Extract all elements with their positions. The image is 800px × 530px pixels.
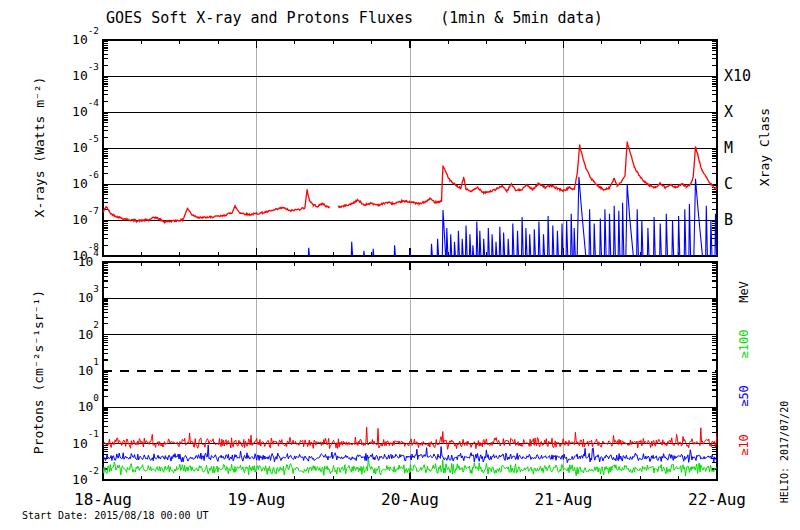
proton-y-tick-label: 104: [30, 254, 99, 269]
xray-y-tick-label: 10-7: [30, 212, 99, 227]
xray-class-label: X10: [724, 67, 751, 85]
x-tick-label: 20-Aug: [365, 490, 455, 509]
proton-energy-label: ≥50: [737, 385, 751, 407]
xray-y-tick-label: 10-3: [30, 68, 99, 83]
xray-class-label: M: [724, 139, 733, 157]
proton-y-tick-label: 10-2: [30, 472, 99, 487]
proton-y-tick-label: 100: [30, 399, 99, 414]
x-tick-label: 19-Aug: [212, 490, 302, 509]
proton-y-tick-label: 101: [30, 363, 99, 378]
proton-y-tick-label: 10-1: [30, 436, 99, 451]
xray-y-tick-label: 10-6: [30, 176, 99, 191]
credit-stamp: HELIO: 2017/07/20: [779, 401, 790, 503]
xray-class-label: B: [724, 211, 733, 229]
proton-energy-label: ≥100: [737, 330, 751, 359]
goes-flux-chart-page: GOES Soft X-ray and Protons Fluxes (1min…: [0, 0, 800, 530]
xray-class-axis-title: Xray Class: [757, 108, 772, 186]
x-tick-label: 18-Aug: [58, 490, 148, 509]
proton-y-tick-label: 103: [30, 290, 99, 305]
xray-class-label: X: [724, 103, 733, 121]
plot-canvas: [0, 0, 800, 530]
start-date-label: Start Date: 2015/08/18 00:00 UT: [22, 511, 209, 522]
proton-y-tick-label: 102: [30, 327, 99, 342]
xray-y-tick-label: 10-5: [30, 140, 99, 155]
x-tick-label: 21-Aug: [519, 490, 609, 509]
chart-title: GOES Soft X-ray and Protons Fluxes (1min…: [106, 11, 603, 27]
xray-y-tick-label: 10-4: [30, 104, 99, 119]
xray-y-tick-label: 10-2: [30, 32, 99, 47]
xray-class-label: C: [724, 175, 733, 193]
proton-energy-label: MeV: [737, 281, 751, 303]
x-tick-label: 22-Aug: [672, 490, 762, 509]
proton-energy-label: ≥10: [737, 434, 751, 456]
